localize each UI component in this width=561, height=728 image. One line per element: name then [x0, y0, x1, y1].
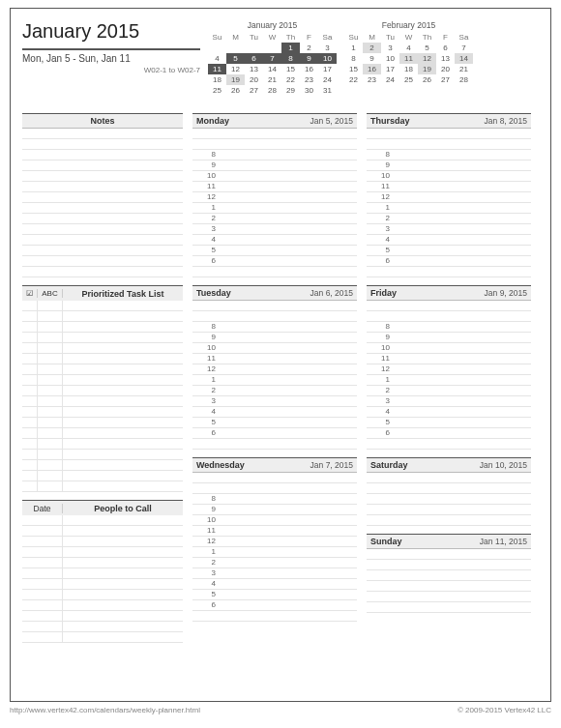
minical-day: 20: [436, 64, 455, 74]
hour-label: 3: [192, 568, 221, 578]
hour-row[interactable]: 3: [192, 224, 357, 235]
hour-label: 9: [192, 505, 221, 514]
hour-row[interactable]: 2: [192, 386, 357, 396]
minical-day: 24: [318, 74, 337, 85]
hour-row[interactable]: 8: [367, 322, 531, 333]
hour-row[interactable]: 11: [192, 182, 357, 192]
minical-day: 27: [245, 85, 263, 96]
hour-label: 3: [192, 224, 221, 234]
hour-row[interactable]: 9: [192, 333, 357, 343]
hour-row[interactable]: 6: [192, 428, 357, 439]
hour-row[interactable]: 12: [192, 192, 357, 203]
hour-row[interactable]: 12: [367, 364, 531, 375]
minical-day: 13: [436, 53, 455, 64]
hour-label: 10: [192, 515, 221, 525]
hour-row[interactable]: 12: [367, 192, 531, 203]
hour-row[interactable]: 2: [192, 558, 357, 568]
minical-day: 9: [363, 53, 381, 64]
hour-label: 1: [367, 375, 396, 385]
hour-row[interactable]: 10: [367, 171, 531, 182]
hour-row[interactable]: 12: [192, 364, 357, 375]
task-lines[interactable]: [22, 301, 183, 492]
minical-day: 12: [226, 64, 245, 74]
hour-row[interactable]: 9: [192, 160, 357, 171]
hour-row[interactable]: 3: [192, 396, 357, 407]
minical-day: 11: [399, 53, 418, 64]
hour-row[interactable]: 1: [192, 547, 357, 558]
hour-row[interactable]: 9: [367, 333, 531, 343]
hour-row[interactable]: 4: [367, 235, 531, 246]
day-header: FridayJan 9, 2015: [367, 285, 531, 301]
minical-dow: W: [399, 32, 418, 43]
minical-day: 18: [208, 74, 226, 85]
hour-row[interactable]: 6: [367, 428, 531, 439]
minical-day: 21: [455, 64, 473, 74]
minical-day: 23: [363, 74, 381, 85]
hour-row[interactable]: 4: [192, 407, 357, 418]
hour-row[interactable]: 4: [192, 235, 357, 246]
hour-row[interactable]: 6: [192, 600, 357, 611]
minical-day: [226, 43, 245, 53]
hour-row[interactable]: 5: [367, 246, 531, 256]
right-column: ThursdayJan 8, 201589101112123456FridayJ…: [367, 113, 531, 643]
hour-row[interactable]: 11: [192, 526, 357, 537]
hour-row[interactable]: 11: [192, 354, 357, 364]
hour-row[interactable]: 3: [367, 224, 531, 235]
hour-row[interactable]: 10: [192, 171, 357, 182]
hour-row[interactable]: 3: [367, 396, 531, 407]
hour-row[interactable]: 4: [192, 579, 357, 590]
hour-row[interactable]: 1: [192, 203, 357, 214]
hour-row[interactable]: 1: [367, 375, 531, 386]
minical-day: 27: [436, 74, 455, 85]
minical-dow: W: [263, 32, 281, 43]
hour-row[interactable]: 8: [192, 322, 357, 333]
footer: http://www.vertex42.com/calendars/weekly…: [10, 706, 551, 714]
hour-row[interactable]: 4: [367, 407, 531, 418]
hour-label: 2: [192, 386, 221, 395]
hour-row[interactable]: 3: [192, 568, 357, 579]
minical-day: 23: [300, 74, 318, 85]
minical-day: 18: [399, 64, 418, 74]
day-date: Jan 5, 2015: [310, 116, 353, 126]
minical-day: [263, 43, 281, 53]
hour-row[interactable]: 5: [192, 246, 357, 256]
hour-row[interactable]: 8: [192, 494, 357, 505]
minical-day: 3: [381, 43, 399, 53]
hour-row[interactable]: 2: [367, 386, 531, 396]
task-title: Prioritized Task List: [63, 289, 183, 299]
hour-row[interactable]: 5: [192, 418, 357, 428]
hour-row[interactable]: 12: [192, 537, 357, 547]
minical-day: 26: [418, 74, 436, 85]
hour-row[interactable]: 8: [192, 150, 357, 160]
minical-day: [245, 43, 263, 53]
people-lines[interactable]: [22, 515, 183, 643]
day-header: SundayJan 11, 2015: [367, 534, 531, 549]
hour-row[interactable]: 5: [367, 418, 531, 428]
hour-label: 2: [192, 214, 221, 223]
hour-row[interactable]: 2: [367, 214, 531, 224]
hour-label: 11: [192, 526, 221, 536]
hour-label: 4: [192, 235, 221, 245]
minical-day: 12: [418, 53, 436, 64]
hour-row[interactable]: 10: [192, 515, 357, 526]
hour-row[interactable]: 5: [192, 590, 357, 600]
hour-label: 8: [367, 322, 396, 332]
hour-row[interactable]: 6: [192, 256, 357, 267]
hour-row[interactable]: 9: [367, 160, 531, 171]
hour-label: 8: [192, 494, 221, 504]
hour-row[interactable]: 1: [367, 203, 531, 214]
hour-row[interactable]: 6: [367, 256, 531, 267]
hour-row[interactable]: 9: [192, 505, 357, 515]
hour-row[interactable]: 8: [367, 150, 531, 160]
notes-lines[interactable]: [22, 129, 183, 277]
hour-row[interactable]: 10: [367, 343, 531, 354]
task-abc-col: ABC: [38, 289, 63, 298]
hour-row[interactable]: 2: [192, 214, 357, 224]
minical-day: 21: [263, 74, 281, 85]
hour-row[interactable]: 11: [367, 182, 531, 192]
hour-row[interactable]: 10: [192, 343, 357, 354]
hour-row[interactable]: 1: [192, 375, 357, 386]
hour-row[interactable]: 11: [367, 354, 531, 364]
people-title: People to Call: [63, 504, 183, 513]
hour-label: 10: [367, 343, 396, 353]
